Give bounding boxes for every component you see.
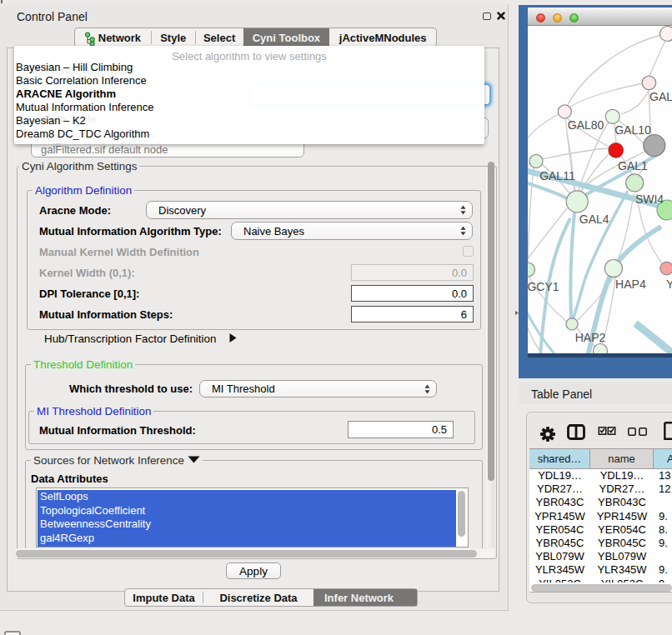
svg-text:GAL80: GAL80 bbox=[568, 118, 604, 132]
svg-text:SWI4: SWI4 bbox=[635, 192, 664, 206]
svg-text:YI: YI bbox=[666, 278, 672, 291]
svg-text:GAL7: GAL7 bbox=[649, 90, 672, 103]
svg-text:GAL11: GAL11 bbox=[539, 169, 575, 182]
svg-text:GAL1: GAL1 bbox=[618, 159, 648, 172]
svg-text:GAL4: GAL4 bbox=[579, 212, 609, 226]
svg-text:HAP2: HAP2 bbox=[575, 331, 606, 344]
svg-text:GCY1: GCY1 bbox=[528, 280, 559, 293]
svg-text:GAL10: GAL10 bbox=[614, 123, 651, 137]
svg-text:HAP4: HAP4 bbox=[615, 278, 646, 291]
